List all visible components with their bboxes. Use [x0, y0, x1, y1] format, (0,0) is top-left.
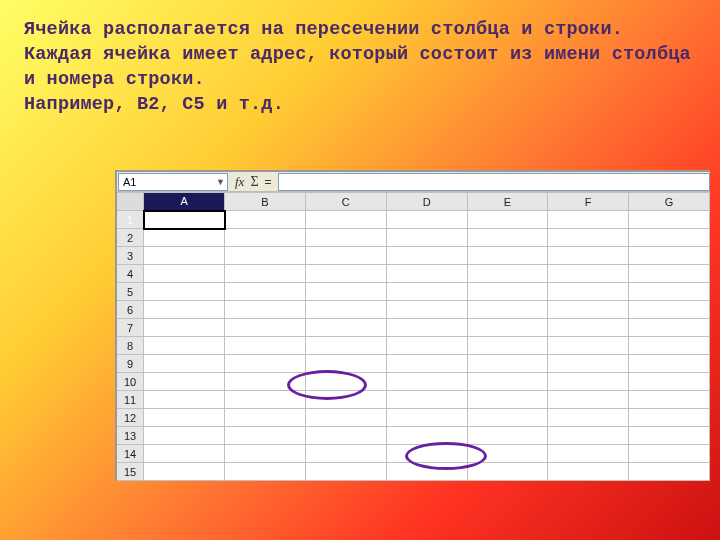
fx-icon[interactable]: fx	[235, 174, 244, 190]
cell-a2[interactable]	[144, 229, 225, 247]
cell-d1[interactable]	[386, 211, 467, 229]
cell-e7[interactable]	[467, 319, 548, 337]
row-header-4[interactable]: 4	[116, 265, 144, 283]
row-header-6[interactable]: 6	[116, 301, 144, 319]
cell-a11[interactable]	[144, 391, 225, 409]
cell-b4[interactable]	[225, 265, 306, 283]
cell-g6[interactable]	[629, 301, 710, 319]
cell-e5[interactable]	[467, 283, 548, 301]
cell-b12[interactable]	[225, 409, 306, 427]
cell-d2[interactable]	[386, 229, 467, 247]
row-header-8[interactable]: 8	[116, 337, 144, 355]
cell-d7[interactable]	[386, 319, 467, 337]
equals-icon[interactable]: =	[265, 175, 272, 189]
cell-b13[interactable]	[225, 427, 306, 445]
cell-b10[interactable]	[225, 373, 306, 391]
cell-d11[interactable]	[386, 391, 467, 409]
cell-c2[interactable]	[305, 229, 386, 247]
cell-a5[interactable]	[144, 283, 225, 301]
cell-c6[interactable]	[305, 301, 386, 319]
row-header-14[interactable]: 14	[116, 445, 144, 463]
cell-g7[interactable]	[629, 319, 710, 337]
cell-d13[interactable]	[386, 427, 467, 445]
cell-e12[interactable]	[467, 409, 548, 427]
cell-b9[interactable]	[225, 355, 306, 373]
cell-e10[interactable]	[467, 373, 548, 391]
cell-f14[interactable]	[548, 445, 629, 463]
cell-g11[interactable]	[629, 391, 710, 409]
chevron-down-icon[interactable]: ▼	[216, 177, 225, 187]
row-header-13[interactable]: 13	[116, 427, 144, 445]
cell-e3[interactable]	[467, 247, 548, 265]
cell-e1[interactable]	[467, 211, 548, 229]
column-header-c[interactable]: C	[305, 193, 386, 211]
cell-d8[interactable]	[386, 337, 467, 355]
row-header-7[interactable]: 7	[116, 319, 144, 337]
cell-b2[interactable]	[225, 229, 306, 247]
row-header-2[interactable]: 2	[116, 229, 144, 247]
name-box[interactable]: A1 ▼	[118, 173, 228, 191]
cell-g10[interactable]	[629, 373, 710, 391]
cell-a12[interactable]	[144, 409, 225, 427]
spreadsheet-grid[interactable]: ABCDEFG 123456789101112131415	[115, 192, 710, 481]
cell-b7[interactable]	[225, 319, 306, 337]
cell-e4[interactable]	[467, 265, 548, 283]
cell-g8[interactable]	[629, 337, 710, 355]
cell-d5[interactable]	[386, 283, 467, 301]
cell-a13[interactable]	[144, 427, 225, 445]
cell-g1[interactable]	[629, 211, 710, 229]
cell-f8[interactable]	[548, 337, 629, 355]
cell-c12[interactable]	[305, 409, 386, 427]
row-header-11[interactable]: 11	[116, 391, 144, 409]
cell-c7[interactable]	[305, 319, 386, 337]
cell-g5[interactable]	[629, 283, 710, 301]
cell-b1[interactable]	[225, 211, 306, 229]
row-header-15[interactable]: 15	[116, 463, 144, 481]
formula-input[interactable]	[278, 173, 710, 191]
row-header-10[interactable]: 10	[116, 373, 144, 391]
cell-c9[interactable]	[305, 355, 386, 373]
column-header-b[interactable]: B	[225, 193, 306, 211]
cell-e14[interactable]	[467, 445, 548, 463]
cell-f9[interactable]	[548, 355, 629, 373]
column-header-g[interactable]: G	[629, 193, 710, 211]
cell-a7[interactable]	[144, 319, 225, 337]
cell-c5[interactable]	[305, 283, 386, 301]
cell-f12[interactable]	[548, 409, 629, 427]
cell-g15[interactable]	[629, 463, 710, 481]
cell-g2[interactable]	[629, 229, 710, 247]
column-header-e[interactable]: E	[467, 193, 548, 211]
row-header-9[interactable]: 9	[116, 355, 144, 373]
cell-c13[interactable]	[305, 427, 386, 445]
cell-d6[interactable]	[386, 301, 467, 319]
cell-f3[interactable]	[548, 247, 629, 265]
row-header-5[interactable]: 5	[116, 283, 144, 301]
cell-f2[interactable]	[548, 229, 629, 247]
cell-c8[interactable]	[305, 337, 386, 355]
cell-a8[interactable]	[144, 337, 225, 355]
cell-b3[interactable]	[225, 247, 306, 265]
cell-b11[interactable]	[225, 391, 306, 409]
cell-f11[interactable]	[548, 391, 629, 409]
cell-a15[interactable]	[144, 463, 225, 481]
cell-a6[interactable]	[144, 301, 225, 319]
cell-c15[interactable]	[305, 463, 386, 481]
cell-e15[interactable]	[467, 463, 548, 481]
cell-d14[interactable]	[386, 445, 467, 463]
cell-a9[interactable]	[144, 355, 225, 373]
cell-e2[interactable]	[467, 229, 548, 247]
select-all-corner[interactable]	[116, 193, 144, 211]
cell-e8[interactable]	[467, 337, 548, 355]
cell-b6[interactable]	[225, 301, 306, 319]
cell-d10[interactable]	[386, 373, 467, 391]
column-header-a[interactable]: A	[144, 193, 225, 211]
row-header-3[interactable]: 3	[116, 247, 144, 265]
cell-a1[interactable]	[144, 211, 225, 229]
column-header-f[interactable]: F	[548, 193, 629, 211]
cell-d4[interactable]	[386, 265, 467, 283]
cell-g4[interactable]	[629, 265, 710, 283]
cell-f15[interactable]	[548, 463, 629, 481]
cell-d3[interactable]	[386, 247, 467, 265]
cell-f5[interactable]	[548, 283, 629, 301]
cell-b15[interactable]	[225, 463, 306, 481]
